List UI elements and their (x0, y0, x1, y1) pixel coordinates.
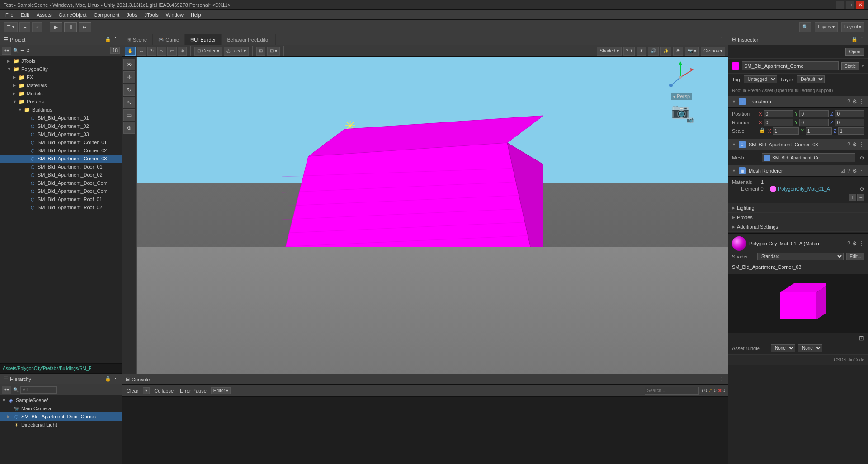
tab-game[interactable]: 🎮 Game (153, 34, 185, 45)
shaded-btn[interactable]: Shaded ▾ (597, 47, 621, 56)
probes-row[interactable]: ▶ Probes (728, 213, 868, 222)
gizmo-eye-btn[interactable]: 👁 (123, 59, 135, 70)
transform-tool-btn[interactable]: ⊕ (178, 47, 187, 56)
transform-settings-btn[interactable]: ⚙ (852, 98, 857, 105)
tree-sm-bld[interactable]: ▶ ⬡ SM_Bld_Apartment_Door_Corne › (0, 412, 122, 421)
more-options-icon[interactable]: ⋮ (113, 37, 118, 42)
lighting-row[interactable]: ▶ Lighting (728, 203, 868, 213)
position-z-input[interactable] (835, 110, 864, 117)
scale-tool-btn[interactable]: ⤡ (157, 47, 166, 56)
tree-prefabs[interactable]: ▼ 📁 Prefabs (0, 98, 122, 106)
pause-button[interactable]: ⏸ (64, 22, 77, 32)
lock-icon[interactable]: 🔒 (105, 37, 111, 42)
layout-dropdown[interactable]: Layout ▾ (841, 22, 864, 32)
scene-more-icon[interactable]: ⋮ (719, 37, 724, 42)
console-search-input[interactable] (645, 387, 699, 395)
shader-select[interactable]: Standard (757, 253, 844, 260)
scene-viewport[interactable]: ✳ (137, 57, 728, 374)
2d-btn[interactable]: 2D (623, 47, 635, 56)
menu-assets[interactable]: Assets (33, 11, 55, 19)
clear-button[interactable]: Clear (125, 388, 140, 394)
refresh-btn[interactable]: ↺ (26, 48, 30, 53)
minimize-button[interactable]: — (836, 1, 844, 9)
asset-bundle-select2[interactable]: None (798, 344, 822, 352)
scale-lock-icon[interactable]: 🔒 (759, 127, 765, 135)
tab-behavior[interactable]: BehaviorTreeEditor (222, 34, 275, 45)
mesh-filter-header[interactable]: ▼ ⊞ ? ⚙ ⋮ (728, 139, 868, 150)
gizmo-rotate-btn[interactable]: ↻ (123, 84, 135, 96)
tree-corner03[interactable]: ⬡ SM_Bld_Apartment_Corner_03 (0, 155, 122, 163)
filter-btn[interactable]: ☰ (20, 48, 24, 53)
bottom-icon[interactable]: ⊡ (859, 334, 864, 342)
menu-window[interactable]: Window (162, 11, 187, 19)
hierarchy-search-input[interactable] (20, 386, 57, 394)
tree-samplescene[interactable]: ▼ ◈ SampleScene* (0, 396, 122, 404)
mat-preview-info-btn[interactable]: ? (847, 240, 850, 247)
mat-picker-btn[interactable]: ⊙ (860, 186, 864, 192)
console-more-icon[interactable]: ⋮ (719, 376, 724, 382)
search-button[interactable]: 🔍 (799, 22, 811, 32)
pivot-btn[interactable]: ⊡ Center ▾ (194, 47, 222, 56)
meshfilter-settings-btn[interactable]: ⚙ (852, 141, 857, 148)
tree-jtools[interactable]: ▶ 📁 JTools (0, 57, 122, 65)
material-color-dot[interactable] (770, 186, 776, 192)
transform-more-btn[interactable]: ⋮ (859, 98, 864, 105)
lighting-toggle-btn[interactable]: ☀ (637, 47, 646, 56)
menu-jtools[interactable]: JTools (141, 11, 162, 19)
local-btn[interactable]: ◎ Local ▾ (224, 47, 249, 56)
hierarchy-more-icon[interactable]: ⋮ (113, 376, 118, 382)
meshfilter-more-btn[interactable]: ⋮ (859, 141, 864, 148)
snap-btn[interactable]: ⊡ ▾ (267, 47, 280, 56)
add-hierarchy-btn[interactable]: +▾ (2, 386, 11, 394)
meshrenderer-more-btn[interactable]: ⋮ (859, 168, 864, 174)
tree-dir-light[interactable]: ☀ Directional Light (0, 421, 122, 429)
tree-models[interactable]: ▶ 📁 Models (0, 89, 122, 98)
transform-component-header[interactable]: ▼ ⊕ Transform ? ⚙ ⋮ (728, 96, 868, 108)
rotate-tool-btn[interactable]: ↻ (147, 47, 156, 56)
tree-doorcom2[interactable]: ⬡ SM_Bld_Apartment_Door_Com (0, 187, 122, 195)
tree-doorcom1[interactable]: ⬡ SM_Bld_Apartment_Door_Com (0, 179, 122, 187)
mesh-renderer-header[interactable]: ▼ ▦ ☑ ? ⚙ ⋮ (728, 165, 868, 177)
layer-select[interactable]: Default (797, 75, 825, 83)
mat-add-button[interactable]: + (849, 194, 856, 201)
hand-tool-btn[interactable]: ✋ (125, 47, 136, 56)
mat-remove-button[interactable]: − (857, 194, 864, 201)
audio-toggle-btn[interactable]: 🔊 (648, 47, 659, 56)
camera-settings-btn[interactable]: 📷 ▾ (685, 47, 699, 56)
menu-component[interactable]: Component (90, 11, 123, 19)
rotation-z-input[interactable] (835, 119, 864, 126)
object-color-swatch[interactable] (732, 62, 739, 70)
tree-polygoncity[interactable]: ▼ 📁 PolygonCity (0, 65, 122, 73)
object-name-input[interactable] (742, 61, 839, 70)
mat-preview-settings-btn[interactable]: ⚙ (852, 240, 857, 247)
meshfilter-info-btn[interactable]: ? (847, 141, 850, 148)
move-tool-btn[interactable]: ↔ (137, 47, 146, 56)
tree-main-camera[interactable]: 📷 Main Camera (0, 404, 122, 412)
fx-toggle-btn[interactable]: ✨ (660, 47, 671, 56)
gizmo-scale-btn[interactable]: ⤡ (123, 97, 135, 108)
tree-apt01[interactable]: ⬡ SM_Bld_Apartment_01 (0, 114, 122, 122)
toolbar-collab-btn[interactable]: ↗ (32, 22, 42, 32)
inspector-lock-icon[interactable]: 🔒 (851, 37, 858, 42)
tree-apt02[interactable]: ⬡ SM_Bld_Apartment_02 (0, 122, 122, 130)
tree-roof02[interactable]: ⬡ SM_Bld_Apartment_Roof_02 (0, 203, 122, 211)
scale-z-input[interactable] (838, 127, 864, 135)
add-asset-btn[interactable]: +▾ (2, 47, 11, 55)
hidden-toggle-btn[interactable]: 👁 (673, 47, 683, 56)
gizmo-rect-btn[interactable]: ▭ (123, 109, 135, 121)
layers-dropdown[interactable]: Layers ▾ (815, 22, 838, 32)
mesh-renderer-name-input[interactable] (749, 168, 838, 173)
tab-ui-builder[interactable]: ⊟ UI Builder (185, 34, 222, 45)
tree-buildings[interactable]: ▼ 📁 Buildings (0, 106, 122, 114)
open-button[interactable]: Open (845, 48, 864, 56)
meshrenderer-info-btn[interactable]: ? (847, 168, 850, 174)
gizmo-custom-btn[interactable]: ⊕ (123, 122, 135, 134)
static-dropdown-arrow[interactable]: ▾ (862, 63, 864, 69)
tree-fx[interactable]: ▶ 📁 FX (0, 73, 122, 81)
tree-materials[interactable]: ▶ 📁 Materials (0, 81, 122, 89)
tree-door02[interactable]: ⬡ SM_Bld_Apartment_Door_02 (0, 171, 122, 179)
grid-btn[interactable]: ⊞ (256, 47, 265, 56)
meshrenderer-settings-btn[interactable]: ⚙ (852, 168, 857, 174)
menu-jobs[interactable]: Jobs (123, 11, 141, 19)
rotation-x-input[interactable] (764, 119, 793, 126)
